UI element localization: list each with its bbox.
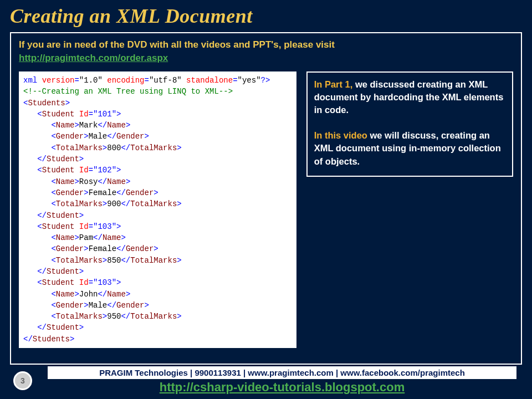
footer-bar: PRAGIM Technologies | 9900113931 | www.p… bbox=[48, 366, 516, 379]
page-title: Creating an XML Document bbox=[0, 0, 532, 32]
two-column-layout: xml version="1.0" encoding="utf-8" stand… bbox=[19, 71, 513, 348]
xml-code-block: xml version="1.0" encoding="utf-8" stand… bbox=[19, 71, 296, 348]
lead-2: In this video bbox=[314, 130, 367, 140]
description-paragraph-2: In this video we will discuss, creating … bbox=[314, 129, 505, 167]
footer-right: PRAGIM Technologies | 9900113931 | www.p… bbox=[48, 366, 532, 395]
footer-link[interactable]: http://csharp-video-tutorials.blogspot.c… bbox=[160, 380, 405, 395]
dvd-link[interactable]: http://pragimtech.com/order.aspx bbox=[19, 53, 168, 64]
lead-1: In Part 1, bbox=[314, 79, 353, 89]
dvd-prompt: If you are in need of the DVD with all t… bbox=[19, 39, 513, 52]
description-box: In Part 1, we discussed creating an XML … bbox=[306, 71, 513, 177]
slide: Creating an XML Document If you are in n… bbox=[0, 0, 532, 399]
footer: 3 PRAGIM Technologies | 9900113931 | www… bbox=[0, 366, 532, 395]
description-paragraph-1: In Part 1, we discussed creating an XML … bbox=[314, 78, 505, 116]
content-box: If you are in need of the DVD with all t… bbox=[10, 32, 522, 365]
page-number-badge: 3 bbox=[13, 371, 32, 390]
